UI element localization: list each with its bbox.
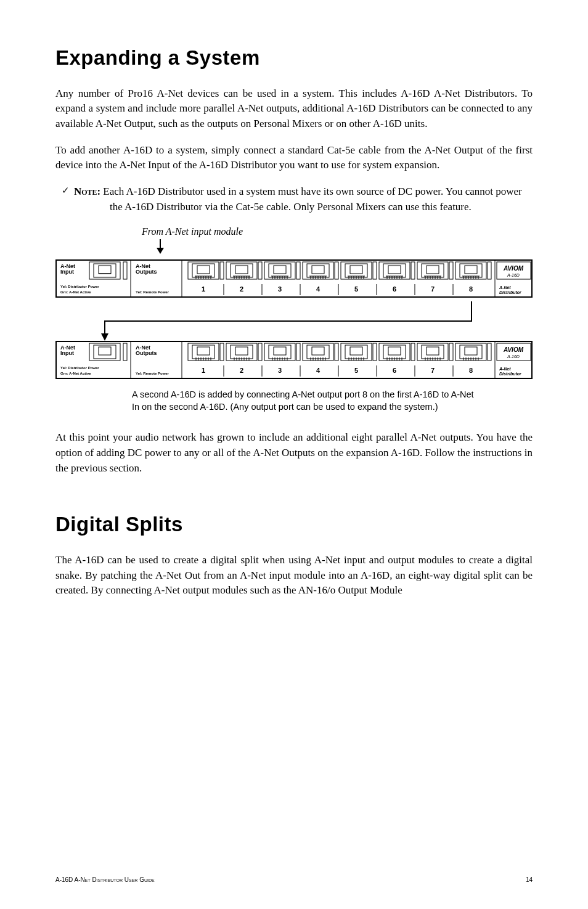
svg-text:A-16D: A-16D [507,273,520,277]
svg-rect-250 [488,343,491,361]
svg-text:6: 6 [393,285,396,293]
svg-text:Distributor: Distributor [499,372,522,376]
svg-text:6: 6 [393,367,396,374]
svg-rect-151 [197,347,210,355]
svg-rect-141 [123,343,127,361]
svg-text:5: 5 [354,367,358,374]
svg-marker-134 [101,333,108,341]
svg-rect-211 [373,343,377,361]
svg-rect-75 [350,266,362,274]
svg-rect-229 [427,347,439,355]
svg-text:3: 3 [278,285,282,293]
svg-rect-216 [388,347,401,355]
svg-rect-98 [411,262,415,279]
svg-text:Grn: A-Net Active: Grn: A-Net Active [60,290,91,294]
svg-rect-56 [296,262,300,279]
svg-rect-126 [488,262,491,279]
svg-rect-33 [235,266,248,274]
svg-rect-117 [465,266,477,274]
arrow-down-1 [154,239,533,259]
svg-rect-190 [312,347,324,355]
unit-diagram-1: A-Net Input Yel: Distributor Power Grn: … [55,259,533,298]
svg-text:3: 3 [278,367,282,374]
svg-text:Input: Input [60,269,74,275]
svg-text:A-16D: A-16D [507,354,520,359]
svg-text:AVIOM: AVIOM [503,265,524,272]
svg-rect-172 [258,343,262,361]
svg-rect-61 [312,266,324,274]
svg-rect-237 [449,343,453,361]
paragraph-add: To add another A-16D to a system, simply… [55,143,533,173]
note-content: Each A-16D Distributor used in a system … [103,185,521,213]
paragraph-splits: The A-16D can be used to create a digita… [55,553,533,598]
svg-text:2: 2 [240,285,243,293]
svg-text:A-Net: A-Net [499,285,511,290]
connector-cable [55,301,533,341]
svg-text:7: 7 [431,367,435,374]
unit-diagram-2: A-Net Input Yel: Distributor Power Grn: … [55,341,533,379]
svg-rect-42 [258,262,262,279]
svg-rect-47 [274,266,286,274]
svg-rect-185 [296,343,300,361]
paragraph-after-diagram: At this point your audio network has gro… [55,430,533,476]
svg-rect-203 [350,347,362,355]
svg-text:AVIOM: AVIOM [503,346,524,353]
svg-text:Yel: Distributor Power: Yel: Distributor Power [60,285,99,288]
svg-text:1: 1 [202,285,205,293]
svg-text:5: 5 [354,285,358,293]
svg-rect-112 [449,262,453,279]
note-block: ✓ Note:Each A-16D Distributor used in a … [55,184,533,214]
svg-rect-70 [335,262,338,279]
svg-rect-164 [235,347,248,355]
svg-text:Input: Input [60,350,74,356]
svg-text:Distributor: Distributor [499,290,522,295]
svg-rect-103 [427,266,439,274]
svg-rect-28 [220,262,224,279]
svg-text:Yel: Remote Power: Yel: Remote Power [136,372,169,375]
svg-rect-9 [123,262,127,279]
check-icon: ✓ [62,184,74,214]
diagram-top-caption: From A-Net input module [142,224,533,238]
svg-text:Outputs: Outputs [136,350,157,356]
svg-rect-177 [274,347,286,355]
svg-text:8: 8 [469,367,473,374]
svg-rect-19 [197,266,210,274]
heading-expanding: Expanding a System [55,43,533,73]
svg-marker-1 [157,248,164,254]
svg-rect-242 [465,347,477,355]
svg-text:A-Net: A-Net [499,367,511,371]
svg-text:Grn: A-Net Active: Grn: A-Net Active [60,372,91,375]
svg-text:Outputs: Outputs [136,269,157,275]
note-label: Note: [74,185,100,197]
svg-rect-140 [99,347,111,355]
svg-text:1: 1 [202,367,205,374]
note-text: Note:Each A-16D Distributor used in a sy… [74,184,533,214]
svg-text:2: 2 [240,367,243,374]
svg-rect-89 [388,266,401,274]
svg-rect-84 [373,262,377,279]
page-footer: A-16D A-Net Distributor User Guide 14 [55,876,533,885]
svg-text:Yel: Distributor Power: Yel: Distributor Power [60,366,99,370]
svg-text:7: 7 [431,285,435,293]
diagram-caption: A second A-16D is added by connecting A-… [132,389,477,413]
heading-digital-splits: Digital Splits [55,510,533,539]
svg-text:Yel: Remote Power: Yel: Remote Power [136,290,169,294]
svg-rect-159 [220,343,224,361]
paragraph-intro: Any number of Pro16 A-Net devices can be… [55,86,533,132]
svg-rect-7 [99,266,111,274]
svg-text:4: 4 [316,367,321,374]
svg-rect-224 [411,343,415,361]
svg-rect-198 [335,343,338,361]
svg-text:8: 8 [469,285,473,293]
svg-text:4: 4 [316,285,321,293]
footer-left: A-16D A-Net Distributor User Guide [55,876,155,885]
footer-page-number: 14 [526,876,533,885]
